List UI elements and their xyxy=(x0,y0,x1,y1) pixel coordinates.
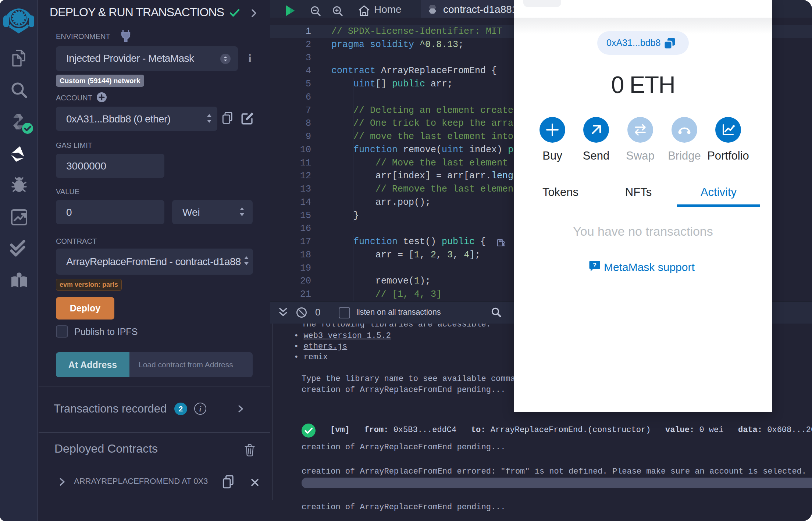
svg-text:?: ? xyxy=(593,262,596,269)
